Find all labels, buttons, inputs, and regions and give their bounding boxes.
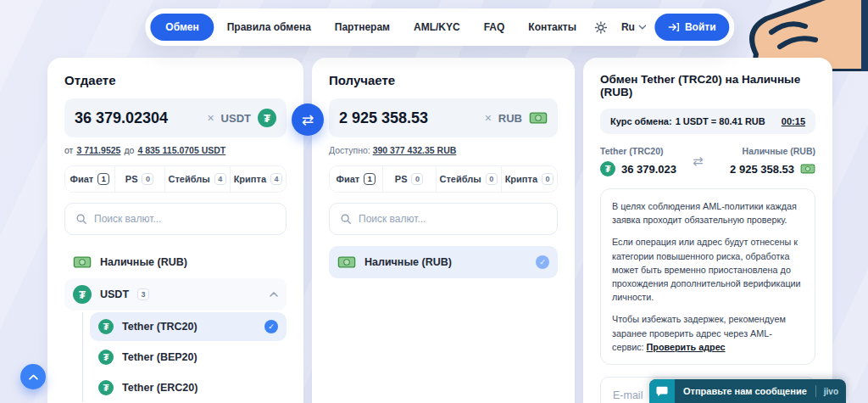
nav-item-aml-kyc[interactable]: AML/KYC: [403, 14, 471, 41]
chat-message: Отправьте нам сообщение: [675, 386, 815, 396]
pair-to: Наличные (RUB) 2 925 358.53: [730, 146, 815, 176]
tab-ps[interactable]: PS 0: [115, 166, 165, 192]
pair-summary: Tether (TRC20) ₮ 36 379.023 ⇄ Наличные (…: [600, 146, 815, 176]
chevron-down-icon: [638, 25, 646, 30]
list-group-usdt[interactable]: ₮ USDT 3: [64, 278, 287, 311]
tab-count-badge: 4: [214, 173, 226, 185]
limit-max-link[interactable]: 4 835 115.0705 USDT: [137, 145, 225, 155]
nav-item-contacts[interactable]: Контакты: [517, 14, 587, 41]
check-icon: ✓: [264, 320, 278, 333]
list-item-cash-rub[interactable]: Наличные (RUB): [64, 246, 287, 278]
tab-stables[interactable]: Стейблы 4: [165, 166, 231, 192]
list-item-label: Tether (TRC20): [122, 321, 256, 333]
pair-from-name: Tether (TRC20): [600, 146, 676, 156]
limit-to-label: до: [124, 145, 134, 155]
give-currency-list: Наличные (RUB) ₮ USDT 3 ₮ Tether (TRC20)…: [64, 246, 287, 403]
rate-value: 1 USDT = 80.41 RUB: [676, 116, 765, 126]
theme-toggle-sun-icon[interactable]: [589, 15, 613, 39]
tab-count-badge: 1: [364, 173, 376, 185]
list-item-tether-erc20[interactable]: ₮ Tether (ERC20): [90, 373, 287, 402]
chat-brand-label: jivo: [816, 387, 846, 396]
pair-from-amount-row: ₮ 36 379.023: [600, 161, 676, 176]
tether-icon: ₮: [600, 161, 615, 176]
pair-to-name: Наличные (RUB): [743, 146, 815, 156]
list-item-tether-bep20[interactable]: ₮ Tether (BEP20): [90, 343, 287, 372]
cash-icon: [73, 253, 92, 271]
tab-stables[interactable]: Стейблы 0: [437, 166, 502, 192]
limit-min-link[interactable]: 3 711.9525: [76, 145, 120, 155]
cash-icon: [529, 109, 548, 127]
receive-search-input[interactable]: [359, 213, 547, 225]
tether-icon: ₮: [98, 380, 114, 395]
rate-timer: 00:15: [782, 116, 805, 126]
give-title: Отдаете: [64, 73, 287, 87]
nav-item-exchange[interactable]: Обмен: [150, 14, 214, 41]
tether-icon: ₮: [73, 285, 92, 304]
aml-notice: В целях соблюдения AML-политики каждая з…: [600, 188, 815, 365]
check-icon: ✓: [536, 255, 549, 269]
available-value-link[interactable]: 390 377 432.35 RUB: [373, 145, 457, 155]
receive-category-tabs: Фиат 1 PS 0 Стейблы 0 Крипта 0: [329, 165, 558, 193]
rate-label: Курс обмена:: [610, 116, 672, 126]
nav-item-faq[interactable]: FAQ: [473, 14, 516, 41]
receive-available: Доступно: 390 377 432.35 RUB: [329, 145, 558, 155]
nav-item-rules[interactable]: Правила обмена: [216, 14, 322, 41]
usdt-network-list: ₮ Tether (TRC20) ✓ ₮ Tether (BEP20) ₮ Te…: [82, 312, 287, 402]
chevron-up-icon: [270, 292, 278, 297]
nav-item-partners[interactable]: Партнерам: [324, 14, 401, 41]
cash-icon: [800, 161, 815, 176]
give-category-tabs: Фиат 1 PS 0 Стейблы 4 Крипта 4: [64, 165, 287, 193]
tab-count-badge: 0: [542, 173, 554, 185]
give-amount-input[interactable]: [75, 109, 200, 127]
tab-count-badge: 0: [142, 173, 153, 185]
give-card: Отдаете × USDT ₮ от 3 711.9525 до 4 835 …: [47, 58, 303, 403]
language-switcher[interactable]: Ru: [615, 21, 653, 33]
pair-from-amount: 36 379.023: [621, 163, 676, 176]
tab-count-badge: 0: [411, 173, 423, 185]
give-search: [64, 203, 287, 235]
give-amount-box: × USDT ₮: [64, 98, 287, 137]
swap-arrows-icon: ⇄: [302, 111, 314, 129]
top-navigation: Обмен Правила обмена Партнерам AML/KYC F…: [145, 8, 734, 46]
receive-amount-input[interactable]: [339, 109, 478, 127]
clear-icon[interactable]: ×: [485, 112, 492, 124]
language-label: Ru: [621, 21, 635, 33]
group-count-badge: 3: [137, 288, 149, 300]
list-item-label: Tether (BEP20): [122, 351, 278, 363]
tab-crypto[interactable]: Крипта 0: [502, 166, 557, 192]
exchange-cards: Отдаете × USDT ₮ от 3 711.9525 до 4 835 …: [47, 58, 832, 403]
chat-bubble-icon: [649, 379, 675, 403]
aml-paragraph-3: Чтобы избежать задержек, рекомендуем зар…: [612, 312, 804, 354]
list-item-tether-trc20[interactable]: ₮ Tether (TRC20) ✓: [90, 312, 287, 341]
exchange-details-card: Обмен Tether (TRC20) на Наличные (RUB) К…: [583, 58, 832, 403]
chat-widget[interactable]: Отправьте нам сообщение jivo: [649, 379, 846, 403]
pair-to-amount-row: 2 925 358.53: [730, 161, 815, 176]
available-label: Доступно:: [329, 145, 370, 155]
list-item-cash-rub[interactable]: Наличные (RUB) ✓: [329, 246, 558, 278]
page: Обмен Правила обмена Партнерам AML/KYC F…: [0, 0, 868, 403]
tab-fiat[interactable]: Фиат 1: [65, 166, 115, 192]
receive-currency-list: Наличные (RUB) ✓: [329, 246, 558, 278]
search-icon: [340, 213, 352, 225]
login-arrow-icon: [668, 22, 679, 32]
swap-directions-button[interactable]: ⇄: [292, 104, 324, 136]
aml-paragraph-1: В целях соблюдения AML-политики каждая з…: [612, 199, 804, 227]
tab-ps[interactable]: PS 0: [383, 166, 437, 192]
give-search-input[interactable]: [94, 213, 275, 225]
limit-from-label: от: [64, 145, 73, 155]
rate-bar: Курс обмена: 1 USDT = 80.41 RUB 00:15: [600, 109, 815, 134]
tab-crypto[interactable]: Крипта 4: [231, 166, 286, 192]
receive-currency-label: RUB: [498, 112, 522, 125]
tether-icon: ₮: [98, 319, 114, 334]
receive-search: [329, 203, 558, 235]
login-button[interactable]: Войти: [654, 14, 730, 41]
group-label: USDT: [100, 288, 129, 300]
tab-fiat[interactable]: Фиат 1: [330, 166, 383, 192]
tether-icon: ₮: [98, 350, 114, 365]
scroll-top-button[interactable]: [20, 364, 46, 389]
clear-icon[interactable]: ×: [207, 112, 214, 124]
search-icon: [75, 213, 87, 225]
give-currency-label: USDT: [221, 112, 251, 125]
pair-from: Tether (TRC20) ₮ 36 379.023: [600, 146, 676, 176]
aml-check-address-link[interactable]: Проверить адрес: [647, 342, 726, 352]
